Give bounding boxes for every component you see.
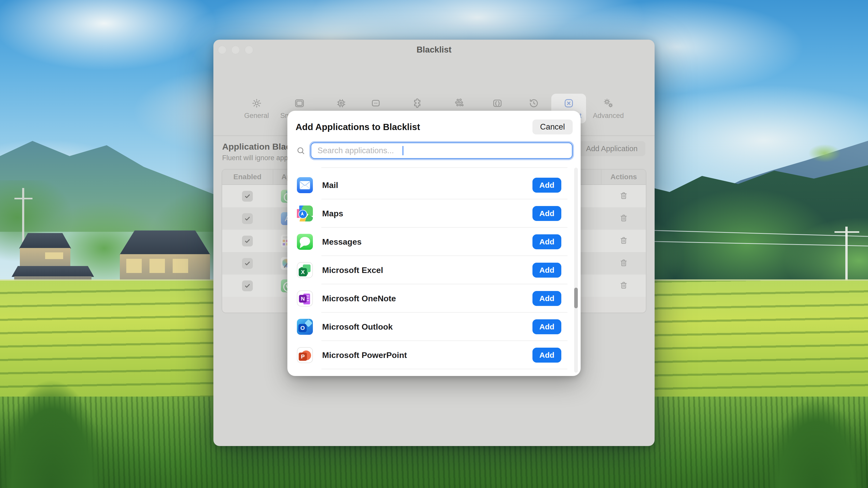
desktop: Blacklist General Smart Panel Models Con…	[0, 0, 868, 488]
grass-tuft	[749, 354, 868, 488]
check-icon	[244, 215, 251, 222]
add-button-excel[interactable]: Add	[532, 263, 561, 278]
check-icon	[244, 260, 251, 267]
list-item-maps: Maps Add	[296, 199, 572, 228]
add-applications-dialog: Add Applications to Blacklist Cancel Mai…	[287, 111, 581, 376]
enabled-checkbox[interactable]	[242, 191, 253, 202]
text-caret	[403, 146, 403, 155]
delete-row-button[interactable]	[619, 191, 628, 201]
delete-row-button[interactable]	[619, 281, 628, 291]
add-button-mail[interactable]: Add	[532, 178, 561, 193]
app-name: Microsoft PowerPoint	[322, 351, 532, 360]
delete-row-button[interactable]	[619, 258, 628, 268]
add-button-outlook[interactable]: Add	[532, 319, 561, 334]
list-item-outlook: Microsoft Outlook Add	[296, 313, 572, 341]
app-name: Microsoft Outlook	[322, 322, 532, 332]
powerpoint-app-icon	[297, 347, 313, 363]
search-input[interactable]	[311, 142, 572, 159]
add-button-maps[interactable]: Add	[532, 206, 561, 221]
messages-app-icon	[297, 234, 313, 250]
scrollbar-thumb[interactable]	[574, 288, 578, 308]
titlebar: Blacklist	[213, 40, 655, 58]
list-item-excel: Microsoft Excel Add	[296, 256, 572, 284]
add-button-onenote[interactable]: Add	[532, 291, 561, 306]
cancel-button[interactable]: Cancel	[532, 120, 573, 134]
dialog-header: Add Applications to Blacklist Cancel	[296, 120, 572, 134]
search-row	[296, 142, 572, 159]
delete-row-button[interactable]	[619, 214, 628, 224]
application-list: Mail Add Maps Add Messages Add	[296, 167, 572, 370]
app-name: Messages	[322, 237, 532, 247]
list-item-mail: Mail Add	[296, 171, 572, 199]
column-header-actions: Actions	[601, 170, 646, 184]
add-button-powerpoint[interactable]: Add	[532, 348, 561, 363]
outlook-app-icon	[297, 319, 313, 335]
column-header-enabled: Enabled	[222, 170, 273, 184]
grass-tuft	[0, 328, 124, 488]
excel-app-icon	[297, 262, 313, 278]
search-icon	[296, 146, 305, 155]
trash-icon	[619, 236, 628, 245]
check-icon	[244, 193, 251, 200]
enabled-checkbox[interactable]	[242, 236, 253, 247]
list-item-messages: Messages Add	[296, 228, 572, 256]
check-icon	[244, 283, 251, 289]
power-pole-crossbar-right	[835, 231, 859, 233]
app-name: Mail	[322, 181, 532, 190]
window-title: Blacklist	[213, 45, 655, 55]
trash-icon	[619, 214, 628, 223]
delete-row-button[interactable]	[619, 236, 628, 246]
add-application-label: Add Application	[586, 144, 638, 153]
add-button-messages[interactable]: Add	[532, 234, 561, 249]
trash-icon	[619, 258, 628, 267]
dialog-title: Add Applications to Blacklist	[296, 122, 420, 132]
app-name: Maps	[322, 209, 532, 218]
trash-icon	[619, 191, 628, 200]
app-name: Microsoft Excel	[322, 265, 532, 275]
list-item-powerpoint: Microsoft PowerPoint Add	[296, 341, 572, 369]
power-pole-crossbar-left	[14, 198, 32, 199]
list-item-onenote: Microsoft OneNote Add	[296, 284, 572, 313]
enabled-checkbox[interactable]	[242, 258, 253, 269]
trash-icon	[619, 281, 628, 290]
mail-app-icon	[297, 177, 313, 193]
maps-app-icon	[297, 205, 313, 222]
app-name: Microsoft OneNote	[322, 294, 532, 303]
section-subheading: Fluent will ignore appl	[222, 154, 289, 162]
scrollbar-track[interactable]	[574, 168, 578, 372]
enabled-checkbox[interactable]	[242, 281, 253, 291]
enabled-checkbox[interactable]	[242, 213, 253, 224]
check-icon	[244, 238, 251, 245]
onenote-app-icon	[297, 291, 313, 306]
